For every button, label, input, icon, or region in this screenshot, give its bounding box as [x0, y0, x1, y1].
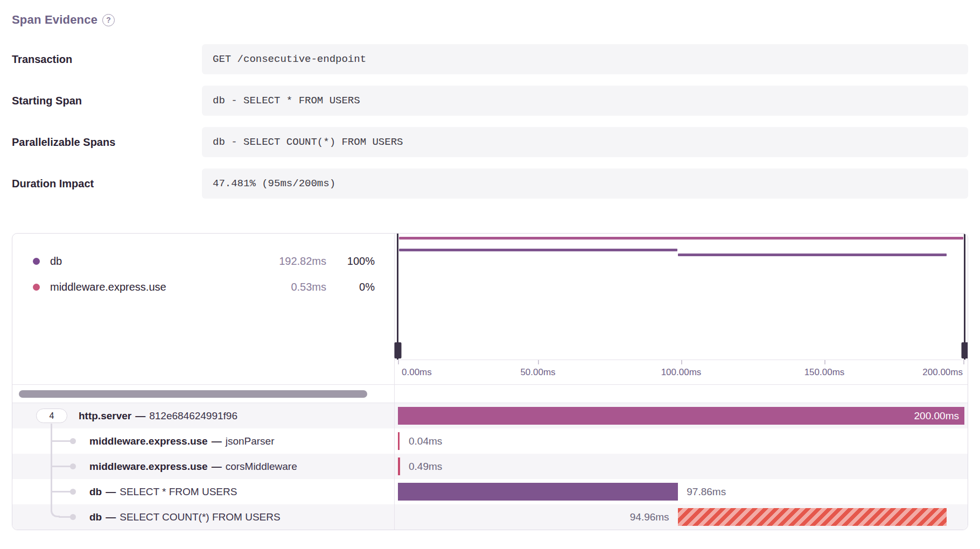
page-header: Span Evidence ?: [12, 13, 968, 27]
span-name-cell: 4 http.server — 812e684624991f96: [12, 403, 395, 428]
minimap-bar-http-server: [399, 237, 963, 240]
span-bar-cell: 0.49ms: [395, 454, 968, 479]
scrollbar-band-right: [395, 385, 968, 403]
span-duration-label: 0.04ms: [409, 428, 442, 454]
span-op: db: [89, 511, 102, 523]
span-bar-cell: 0.04ms: [395, 428, 968, 454]
span-row-corsmiddleware[interactable]: middleware.express.use — corsMiddleware …: [12, 454, 968, 479]
evidence-label: Starting Span: [12, 95, 202, 107]
legend-duration: 192.82ms: [256, 255, 326, 268]
span-description: 812e684624991f96: [149, 410, 237, 422]
evidence-label: Transaction: [12, 53, 202, 66]
span-name-cell: db — SELECT * FROM USERS: [12, 479, 395, 504]
legend-item-db: db 192.82ms 100%: [12, 252, 394, 270]
span-op: db: [89, 486, 102, 498]
span-tree: 4 http.server — 812e684624991f96 200.00m…: [12, 403, 968, 530]
scrollbar-track: [12, 385, 395, 403]
evidence-label: Duration Impact: [12, 178, 202, 190]
span-waterfall-panel: db 192.82ms 100% middleware.express.use …: [12, 233, 968, 530]
span-bar-cell: 200.00ms: [395, 403, 968, 428]
span-duration-bar-highlighted[interactable]: [678, 508, 947, 526]
span-dash: —: [102, 486, 120, 498]
span-row-db-count[interactable]: db — SELECT COUNT(*) FROM USERS 94.96ms: [12, 504, 968, 530]
span-duration-bar[interactable]: 200.00ms: [398, 407, 964, 425]
span-row-jsonparser[interactable]: middleware.express.use — jsonParser 0.04…: [12, 428, 968, 454]
minimap-bar-db-count: [678, 254, 947, 256]
legend-percent: 100%: [326, 255, 375, 268]
horizontal-scrollbar[interactable]: [19, 390, 367, 398]
axis-label-0ms: 0.00ms: [402, 367, 432, 378]
span-duration-bar[interactable]: [398, 458, 400, 475]
span-description: corsMiddleware: [226, 461, 297, 473]
duration-impact-value: 47.481% (95ms/200ms): [202, 168, 968, 199]
evidence-label: Parallelizable Spans: [12, 136, 202, 149]
span-name-cell: middleware.express.use — jsonParser: [12, 428, 395, 454]
drag-grip-icon[interactable]: [961, 342, 968, 358]
minimap-section: 0.00ms 50.00ms 100.00ms 150.00ms 200.00m…: [395, 234, 968, 384]
span-description: SELECT COUNT(*) FROM USERS: [120, 511, 280, 523]
evidence-row-parallelizable-spans: Parallelizable Spans db - SELECT COUNT(*…: [12, 127, 968, 157]
span-dash: —: [131, 410, 149, 422]
legend-percent: 0%: [326, 281, 375, 293]
legend-item-middleware: middleware.express.use 0.53ms 0%: [12, 278, 394, 296]
legend-name: db: [50, 255, 62, 268]
evidence-row-transaction: Transaction GET /consecutive-endpoint: [12, 44, 968, 74]
evidence-row-starting-span: Starting Span db - SELECT * FROM USERS: [12, 86, 968, 116]
span-count-toggle[interactable]: 4: [36, 409, 67, 423]
panel-top: db 192.82ms 100% middleware.express.use …: [12, 234, 968, 384]
span-name-cell: middleware.express.use — corsMiddleware: [12, 454, 395, 479]
drag-grip-icon[interactable]: [394, 342, 401, 358]
axis-tick: [824, 360, 825, 364]
span-op: middleware.express.use: [89, 435, 208, 447]
minimap-left-drag-handle[interactable]: [397, 234, 398, 360]
span-description: SELECT * FROM USERS: [120, 486, 237, 498]
db-color-dot: [33, 258, 40, 265]
transaction-value: GET /consecutive-endpoint: [202, 44, 968, 74]
evidence-section: Transaction GET /consecutive-endpoint St…: [12, 44, 968, 199]
span-dash: —: [208, 461, 226, 473]
span-op: middleware.express.use: [89, 461, 208, 473]
help-icon[interactable]: ?: [102, 14, 115, 26]
axis-label-100ms: 100.00ms: [661, 367, 702, 378]
legend-duration: 0.53ms: [256, 281, 326, 293]
axis-label-50ms: 50.00ms: [520, 367, 555, 378]
page-title: Span Evidence: [12, 13, 97, 27]
span-row-db-select[interactable]: db — SELECT * FROM USERS 97.86ms: [12, 479, 968, 504]
time-axis: 0.00ms 50.00ms 100.00ms 150.00ms 200.00m…: [395, 360, 968, 384]
span-minimap[interactable]: [395, 234, 968, 360]
parallelizable-spans-value: db - SELECT COUNT(*) FROM USERS: [202, 127, 968, 157]
axis-tick: [963, 360, 964, 364]
axis-tick: [398, 360, 399, 364]
span-description: jsonParser: [226, 435, 275, 447]
scrollbar-band: [12, 384, 968, 403]
span-bar-cell: 94.96ms: [395, 504, 968, 530]
span-duration-bar[interactable]: [398, 483, 678, 501]
span-row-http-server[interactable]: 4 http.server — 812e684624991f96 200.00m…: [12, 403, 968, 428]
axis-label-150ms: 150.00ms: [804, 367, 845, 378]
span-name-cell: db — SELECT COUNT(*) FROM USERS: [12, 504, 395, 530]
axis-tick: [681, 360, 682, 364]
middleware-color-dot: [33, 284, 40, 291]
minimap-right-drag-handle[interactable]: [964, 234, 965, 360]
span-bar-cell: 97.86ms: [395, 479, 968, 504]
legend: db 192.82ms 100% middleware.express.use …: [12, 234, 395, 384]
axis-label-200ms: 200.00ms: [922, 367, 963, 378]
span-duration-label: 94.96ms: [630, 504, 669, 530]
minimap-bar-db-select: [399, 249, 677, 251]
starting-span-value: db - SELECT * FROM USERS: [202, 86, 968, 116]
span-duration-bar[interactable]: [398, 432, 400, 450]
legend-name: middleware.express.use: [50, 281, 166, 293]
span-dash: —: [102, 511, 120, 523]
span-duration-label: 200.00ms: [914, 410, 959, 422]
axis-tick: [538, 360, 539, 364]
span-op: http.server: [79, 410, 131, 422]
span-dash: —: [208, 435, 226, 447]
evidence-row-duration-impact: Duration Impact 47.481% (95ms/200ms): [12, 168, 968, 199]
span-duration-label: 0.49ms: [409, 454, 442, 479]
span-duration-label: 97.86ms: [687, 479, 726, 504]
